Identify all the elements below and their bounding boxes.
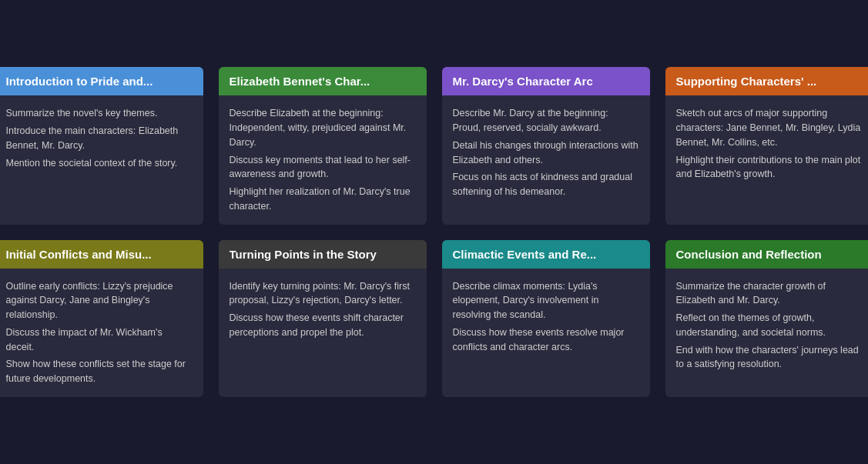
card-body-line: Outline early conflicts: Lizzy's prejudi…: [6, 279, 193, 322]
card-body-line: Introduce the main characters: Elizabeth…: [6, 124, 193, 153]
card-body-intro: Summarize the novel's key themes.Introdu…: [0, 95, 203, 195]
card-title-conflicts: Initial Conflicts and Misu...: [6, 248, 193, 261]
card-body-line: Show how these conflicts set the stage f…: [6, 357, 193, 386]
card-body-climactic: Describe climax moments: Lydia's elopeme…: [442, 269, 650, 369]
card-title-elizabeth: Elizabeth Bennet's Char...: [230, 75, 416, 88]
card-body-line: Discuss how these events shift character…: [230, 311, 416, 340]
card-body-line: Summarize the character growth of Elizab…: [676, 279, 863, 309]
card-body-conclusion: Summarize the character growth of Elizab…: [665, 269, 869, 383]
card-body-line: Summarize the novel's key themes.: [6, 106, 193, 121]
card-header-turning: Turning Points in the Story: [219, 240, 427, 269]
card-body-line: Identify key turning points: Mr. Darcy's…: [230, 279, 416, 309]
card-body-line: End with how the characters' journeys le…: [676, 343, 863, 372]
card-header-intro: Introduction to Pride and...: [0, 67, 203, 95]
card-header-supporting: Supporting Characters' ...: [665, 67, 869, 95]
card-body-conflicts: Outline early conflicts: Lizzy's prejudi…: [0, 269, 203, 397]
card-header-conclusion: Conclusion and Reflection: [665, 240, 869, 269]
card-body-line: Discuss key moments that lead to her sel…: [230, 153, 416, 182]
card-header-conflicts: Initial Conflicts and Misu...: [0, 240, 203, 269]
card-header-climactic: Climactic Events and Re...: [442, 240, 650, 269]
card-header-darcy: Mr. Darcy's Character Arc: [442, 67, 650, 95]
card-supporting[interactable]: Supporting Characters' ...Sketch out arc…: [665, 67, 869, 224]
card-body-darcy: Describe Mr. Darcy at the beginning: Pro…: [442, 95, 650, 210]
card-conclusion[interactable]: Conclusion and ReflectionSummarize the c…: [665, 240, 869, 397]
card-climactic[interactable]: Climactic Events and Re...Describe clima…: [442, 240, 650, 397]
cards-grid: Introduction to Pride and...Summarize th…: [0, 44, 868, 420]
card-body-line: Detail his changes through interactions …: [453, 139, 639, 168]
card-conflicts[interactable]: Initial Conflicts and Misu...Outline ear…: [0, 240, 203, 397]
card-body-line: Describe climax moments: Lydia's elopeme…: [453, 279, 639, 322]
card-body-elizabeth: Describe Elizabeth at the beginning: Ind…: [219, 95, 427, 224]
card-body-line: Describe Mr. Darcy at the beginning: Pro…: [453, 106, 639, 135]
card-darcy[interactable]: Mr. Darcy's Character ArcDescribe Mr. Da…: [442, 67, 650, 224]
card-turning[interactable]: Turning Points in the StoryIdentify key …: [219, 240, 427, 397]
card-title-supporting: Supporting Characters' ...: [676, 75, 863, 88]
card-body-line: Reflect on the themes of growth, underst…: [676, 311, 863, 340]
card-elizabeth[interactable]: Elizabeth Bennet's Char...Describe Eliza…: [219, 67, 427, 224]
card-body-supporting: Sketch out arcs of major supporting char…: [665, 95, 869, 195]
card-title-darcy: Mr. Darcy's Character Arc: [453, 75, 639, 88]
card-title-conclusion: Conclusion and Reflection: [676, 248, 863, 261]
card-title-intro: Introduction to Pride and...: [6, 75, 193, 88]
card-body-turning: Identify key turning points: Mr. Darcy's…: [219, 269, 427, 369]
card-body-line: Discuss how these events resolve major c…: [453, 325, 639, 355]
card-body-line: Focus on his acts of kindness and gradua…: [453, 170, 639, 199]
card-title-climactic: Climactic Events and Re...: [453, 248, 639, 261]
card-body-line: Highlight her realization of Mr. Darcy's…: [230, 185, 416, 214]
card-header-elizabeth: Elizabeth Bennet's Char...: [219, 67, 427, 95]
card-title-turning: Turning Points in the Story: [230, 248, 416, 261]
card-body-line: Describe Elizabeth at the beginning: Ind…: [230, 106, 416, 149]
card-intro[interactable]: Introduction to Pride and...Summarize th…: [0, 67, 203, 224]
card-body-line: Sketch out arcs of major supporting char…: [676, 106, 863, 149]
card-body-line: Highlight their contributions to the mai…: [676, 153, 863, 182]
card-body-line: Discuss the impact of Mr. Wickham's dece…: [6, 325, 193, 355]
card-body-line: Mention the societal context of the stor…: [6, 156, 193, 171]
